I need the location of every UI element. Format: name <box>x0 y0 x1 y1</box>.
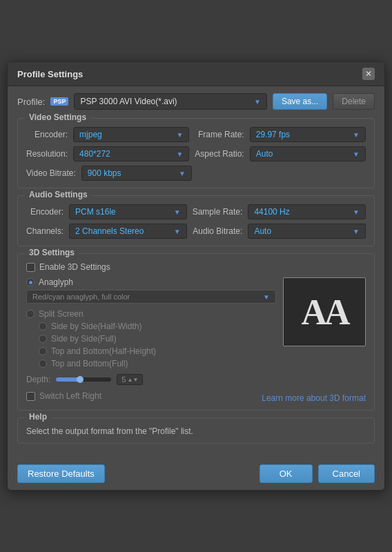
profile-label: Profile: <box>17 97 45 107</box>
depth-row: Depth: 5 ▲▼ <box>26 374 366 385</box>
channels-arrow: ▼ <box>174 228 181 235</box>
threed-settings-section: 3D Settings Enable 3D Settings Anaglyph … <box>17 253 375 411</box>
audio-bitrate-label: Audio Bitrate: <box>193 226 243 236</box>
video-settings-title: Video Settings <box>25 112 90 122</box>
audio-bitrate-arrow: ▼ <box>353 228 360 235</box>
aspect-ratio-label: Aspect Ratio: <box>195 149 244 159</box>
bottom-bar: Restore Defaults OK Cancel <box>8 459 384 490</box>
cancel-button[interactable]: Cancel <box>318 464 375 483</box>
top-bottom-full-row: Top and Bottom(Full) <box>39 359 276 368</box>
bottom-right-buttons: OK Cancel <box>259 464 375 483</box>
video-settings-grid: Encoder: mjpeg ▼ Frame Rate: 29.97 fps ▼… <box>26 127 366 161</box>
audio-encoder-select[interactable]: PCM s16le ▼ <box>69 204 187 219</box>
aspect-ratio-select[interactable]: Auto ▼ <box>250 146 366 161</box>
audio-settings-section: Audio Settings Encoder: PCM s16le ▼ Samp… <box>17 195 375 246</box>
resolution-value: 480*272 <box>79 149 110 159</box>
save-as-button[interactable]: Save as... <box>273 93 327 110</box>
encoder-value: mjpeg <box>79 130 102 139</box>
audio-encoder-label: Encoder: <box>26 207 63 217</box>
threed-left-panel: Anaglyph Red/cyan anaglyph, full color ▼… <box>26 277 276 368</box>
sample-rate-label: Sample Rate: <box>193 207 243 217</box>
side-half-radio[interactable] <box>39 322 47 331</box>
enable-3d-row: Enable 3D Settings <box>26 262 366 272</box>
help-title: Help <box>25 412 51 422</box>
title-bar: Profile Settings ✕ <box>8 62 384 86</box>
resolution-label: Resolution: <box>26 149 68 159</box>
depth-spinner-icon: ▲▼ <box>127 377 138 383</box>
ok-button[interactable]: OK <box>259 464 313 483</box>
help-text: Select the output format from the "Profi… <box>26 426 366 436</box>
channels-label: Channels: <box>26 226 63 236</box>
video-bitrate-select[interactable]: 900 kbps ▼ <box>81 166 192 181</box>
channels-value: 2 Channels Stereo <box>75 226 144 236</box>
split-screen-radio[interactable] <box>26 310 35 318</box>
depth-slider-thumb <box>77 376 84 383</box>
delete-button[interactable]: Delete <box>333 93 375 110</box>
threed-main-content: Anaglyph Red/cyan anaglyph, full color ▼… <box>26 277 366 368</box>
depth-label: Depth: <box>26 375 50 384</box>
enable-3d-label: Enable 3D Settings <box>39 262 110 272</box>
frame-rate-arrow: ▼ <box>353 131 360 139</box>
audio-encoder-value: PCM s16le <box>75 207 116 217</box>
split-screen-options: Side by Side(Half-Width) Side by Side(Fu… <box>39 322 276 368</box>
video-bitrate-value: 900 kbps <box>88 168 121 178</box>
threed-settings-title: 3D Settings <box>25 248 79 257</box>
encoder-select[interactable]: mjpeg ▼ <box>73 127 189 142</box>
split-screen-label: Split Screen <box>39 309 84 319</box>
preview-text: AA <box>301 292 347 333</box>
profile-settings-dialog: Profile Settings ✕ Profile: PSP PSP 3000… <box>7 61 385 491</box>
anaglyph-radio[interactable] <box>26 278 35 286</box>
aspect-ratio-arrow: ▼ <box>353 150 360 158</box>
frame-rate-select[interactable]: 29.97 fps ▼ <box>250 127 366 142</box>
encoder-label: Encoder: <box>26 130 68 139</box>
sample-rate-value: 44100 Hz <box>254 207 289 217</box>
aspect-ratio-value: Auto <box>256 149 273 159</box>
profile-value: PSP 3000 AVI Video(*.avi) <box>80 97 177 106</box>
top-bottom-full-label: Top and Bottom(Full) <box>51 359 128 368</box>
profile-select[interactable]: PSP 3000 AVI Video(*.avi) ▼ <box>74 93 266 110</box>
frame-rate-label: Frame Rate: <box>195 130 244 139</box>
learn-more-link[interactable]: Learn more about 3D format <box>262 393 366 403</box>
side-half-label: Side by Side(Half-Width) <box>51 322 141 331</box>
anaglyph-type-select: Red/cyan anaglyph, full color ▼ <box>26 290 276 304</box>
close-button[interactable]: ✕ <box>362 68 375 80</box>
anaglyph-row: Anaglyph <box>26 277 276 287</box>
switch-row: Switch Left Right Learn more about 3D fo… <box>26 389 366 403</box>
video-bitrate-label: Video Bitrate: <box>26 168 76 178</box>
channels-select[interactable]: 2 Channels Stereo ▼ <box>69 224 187 239</box>
switch-checkbox[interactable] <box>26 392 35 401</box>
top-bottom-full-radio[interactable] <box>39 359 47 368</box>
audio-settings-grid: Encoder: PCM s16le ▼ Sample Rate: 44100 … <box>26 204 366 239</box>
audio-settings-title: Audio Settings <box>25 190 92 199</box>
side-full-label: Side by Side(Full) <box>51 334 117 344</box>
anaglyph-type-value: Red/cyan anaglyph, full color <box>32 293 130 301</box>
side-full-row: Side by Side(Full) <box>39 334 276 344</box>
audio-encoder-arrow: ▼ <box>174 208 181 216</box>
enable-3d-checkbox[interactable] <box>26 263 35 272</box>
resolution-arrow: ▼ <box>176 150 183 158</box>
profile-dropdown-arrow: ▼ <box>254 98 261 106</box>
sample-rate-arrow: ▼ <box>353 208 360 216</box>
switch-label: Switch Left Right <box>39 391 101 401</box>
anaglyph-type-arrow: ▼ <box>263 293 270 301</box>
top-bottom-half-row: Top and Bottom(Half-Height) <box>39 346 276 356</box>
profile-row: Profile: PSP PSP 3000 AVI Video(*.avi) ▼… <box>17 93 375 110</box>
frame-rate-value: 29.97 fps <box>256 130 290 139</box>
audio-bitrate-select[interactable]: Auto ▼ <box>248 224 366 239</box>
side-full-radio[interactable] <box>39 335 47 343</box>
help-section: Help Select the output format from the "… <box>17 417 375 444</box>
anaglyph-label: Anaglyph <box>39 277 73 287</box>
depth-slider[interactable] <box>56 377 111 382</box>
depth-value-box: 5 ▲▼ <box>117 374 143 385</box>
dialog-body: Profile: PSP PSP 3000 AVI Video(*.avi) ▼… <box>8 86 384 459</box>
top-bottom-half-radio[interactable] <box>39 347 47 355</box>
sample-rate-select[interactable]: 44100 Hz ▼ <box>248 204 366 219</box>
profile-badge: PSP <box>50 97 68 106</box>
split-screen-row: Split Screen <box>26 309 276 319</box>
resolution-select[interactable]: 480*272 ▼ <box>73 146 189 161</box>
video-settings-section: Video Settings Encoder: mjpeg ▼ Frame Ra… <box>17 118 375 188</box>
video-bitrate-row: Video Bitrate: 900 kbps ▼ <box>26 166 366 181</box>
depth-value: 5 <box>121 375 126 384</box>
audio-bitrate-value: Auto <box>254 226 271 236</box>
restore-defaults-button[interactable]: Restore Defaults <box>17 464 105 483</box>
